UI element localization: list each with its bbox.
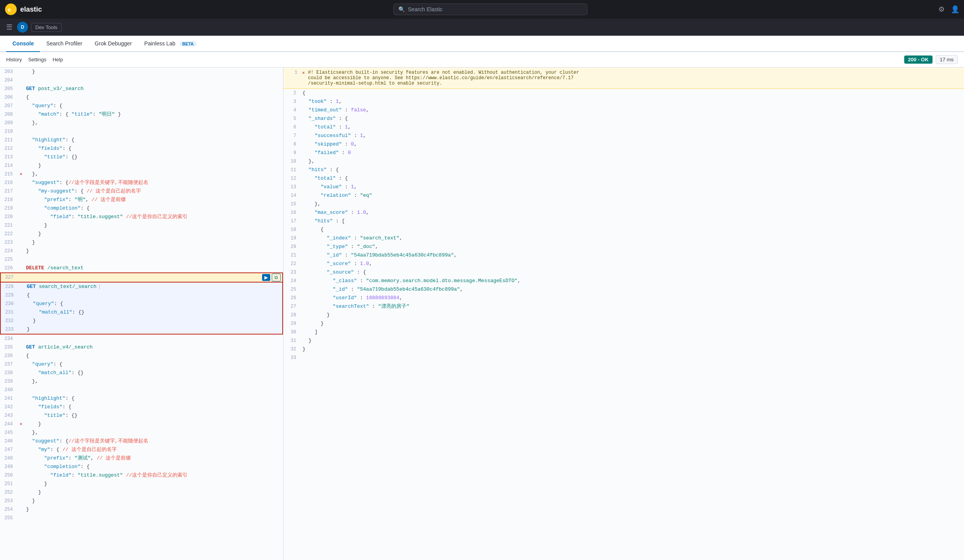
editor-line: 240 xyxy=(0,386,283,394)
tab-console[interactable]: Console xyxy=(6,36,40,52)
settings-icon[interactable]: ⚙ xyxy=(938,5,945,14)
elastic-logo[interactable]: e elastic xyxy=(5,3,42,16)
main-layout: 203 } 204 205 GET post_v3/_search 206 { … xyxy=(0,68,964,560)
history-link[interactable]: History xyxy=(6,57,22,62)
editor-line: 209 }, xyxy=(0,119,283,127)
warning-line-num: 1 xyxy=(287,70,302,75)
active-block-line: 231 "match_all": {} xyxy=(0,308,283,317)
response-line: 33 xyxy=(283,354,964,362)
editor-line: 222 } xyxy=(0,230,283,238)
editor-line: 211 "highlight": { xyxy=(0,136,283,144)
tab-search-profiler[interactable]: Search Profiler xyxy=(40,36,89,52)
response-line: 21 "_id" : "54aa719bdab55eb4c45a630c4fbc… xyxy=(283,251,964,260)
editor-line: 214 } xyxy=(0,161,283,170)
response-line: 18 { xyxy=(283,225,964,234)
copy-link-button[interactable]: ⧉ xyxy=(272,274,281,281)
elastic-logo-icon: e xyxy=(5,3,17,16)
response-line: 20 "_type" : "_doc", xyxy=(283,243,964,251)
editor-line: 215 ✕ }, xyxy=(0,170,283,179)
editor-line: 221 } xyxy=(0,221,283,230)
editor-line: 254 } xyxy=(0,505,283,514)
response-warning: 1 ✕ #! Elasticsearch built-in security f… xyxy=(283,68,964,89)
user-avatar[interactable]: D xyxy=(17,22,28,33)
editor-line: 234 xyxy=(0,335,283,343)
warning-close-button[interactable]: ✕ xyxy=(302,70,305,76)
editor-line: 236 { xyxy=(0,352,283,360)
nav-icons: ⚙ 👤 xyxy=(938,5,959,14)
time-badge: 17 ms xyxy=(936,55,958,64)
search-bar[interactable]: 🔍 Search Elastic xyxy=(393,3,587,15)
response-line: 12 "total" : { xyxy=(283,174,964,183)
editor-line: 203 } xyxy=(0,68,283,76)
editor-line: 218 "prefix": "明", // 这个是前缀 xyxy=(0,196,283,204)
editor-line: 238 "match_all": {} xyxy=(0,369,283,377)
svg-point-0 xyxy=(5,3,17,15)
status-badge: 200 - OK xyxy=(904,55,933,64)
editor-line: 235 GET article_v4/_search xyxy=(0,343,283,352)
response-line: 28 } xyxy=(283,311,964,319)
editor-line: 206 { xyxy=(0,93,283,102)
response-line: 13 "value" : 1, xyxy=(283,183,964,191)
editor-line: 245 }, xyxy=(0,428,283,437)
tab-grok-debugger[interactable]: Grok Debugger xyxy=(89,36,138,52)
line-actions: ▶ ⧉ xyxy=(262,274,281,281)
response-line: 14 "relation" : "eq" xyxy=(283,191,964,200)
dev-tools-badge[interactable]: Dev Tools xyxy=(31,23,62,32)
sub-bar: History Settings Help 200 - OK 17 ms xyxy=(0,52,964,68)
editor-line: 251 } xyxy=(0,480,283,488)
editor-line: 207 "query": { xyxy=(0,102,283,110)
top-nav: e elastic 🔍 Search Elastic ⚙ 👤 xyxy=(0,0,964,19)
editor-line: 224 } xyxy=(0,247,283,255)
editor-line: 253 } xyxy=(0,497,283,505)
tabs-bar: Console Search Profiler Grok Debugger Pa… xyxy=(0,36,964,52)
tab-painless-lab[interactable]: Painless Lab BETA xyxy=(138,36,203,52)
response-line: 10 }, xyxy=(283,157,964,166)
editor-line: 213 "title": {} xyxy=(0,153,283,161)
hamburger-menu[interactable]: ☰ xyxy=(5,21,14,33)
active-editor-line[interactable]: 227 ▶ ⧉ xyxy=(0,272,283,283)
editor-line: 246 "suggest": {//这个字段是关键字,不能随便起名 xyxy=(0,437,283,446)
response-line: 22 "_score" : 1.0, xyxy=(283,260,964,268)
response-line: 26 "userId" : 18889893884, xyxy=(283,294,964,302)
settings-link[interactable]: Settings xyxy=(28,57,46,62)
search-bar-container: 🔍 Search Elastic xyxy=(47,3,934,15)
editor-line-delete: 226 DELETE /search_text xyxy=(0,264,283,272)
editor-line: 208 "match": { "title": "明日" } xyxy=(0,110,283,119)
editor-line: 216 "suggest": {//这个字段是关键字,不能随便起名 xyxy=(0,179,283,187)
run-button[interactable]: ▶ xyxy=(262,274,270,281)
help-link[interactable]: Help xyxy=(52,57,63,62)
svg-text:e: e xyxy=(8,7,11,13)
editor-line: 210 xyxy=(0,127,283,136)
response-line: 23 "_source" : { xyxy=(283,268,964,277)
response-line: 27 "searchText" : "漂亮的房子" xyxy=(283,302,964,311)
editor-line: 239 }, xyxy=(0,377,283,386)
response-line: 9 "failed" : 0 xyxy=(283,149,964,157)
editor-line: 243 "title": {} xyxy=(0,411,283,420)
search-bar-placeholder: Search Elastic xyxy=(408,6,443,12)
editor-line: 248 "prefix": "测试", // 这个是前缀 xyxy=(0,454,283,463)
search-icon: 🔍 xyxy=(398,6,405,12)
editor-pane[interactable]: 203 } 204 205 GET post_v3/_search 206 { … xyxy=(0,68,283,560)
editor-line: 223 } xyxy=(0,238,283,247)
elastic-wordmark: elastic xyxy=(20,5,42,14)
response-line: 30 ] xyxy=(283,328,964,336)
editor-line: 250 "field": "title.suggest" //这个是你自己定义的… xyxy=(0,471,283,480)
response-pane[interactable]: 1 ✕ #! Elasticsearch built-in security f… xyxy=(283,68,964,560)
response-line: 6 "total" : 1, xyxy=(283,123,964,132)
editor-line: 205 GET post_v3/_search xyxy=(0,85,283,93)
editor-line: 212 "fields": { xyxy=(0,144,283,153)
active-block-line: 233 } xyxy=(0,325,283,335)
response-line: 4 "timed_out" : false, xyxy=(283,106,964,114)
active-block-line: 229 { xyxy=(0,291,283,300)
response-line: 15 }, xyxy=(283,200,964,208)
response-line: 5 "_shards" : { xyxy=(283,114,964,123)
response-line: 19 "_index" : "search_text", xyxy=(283,234,964,243)
response-line: 31 } xyxy=(283,336,964,345)
warning-text: #! Elasticsearch built-in security featu… xyxy=(308,70,579,86)
response-line: 29 } xyxy=(283,319,964,328)
user-icon[interactable]: 👤 xyxy=(951,5,959,14)
active-block-line: 230 "query": { xyxy=(0,300,283,308)
editor-line: 217 "my-suggest": { // 这个是自己起的名字 xyxy=(0,187,283,196)
editor-line: 255 xyxy=(0,514,283,522)
beta-badge: BETA xyxy=(179,41,197,47)
